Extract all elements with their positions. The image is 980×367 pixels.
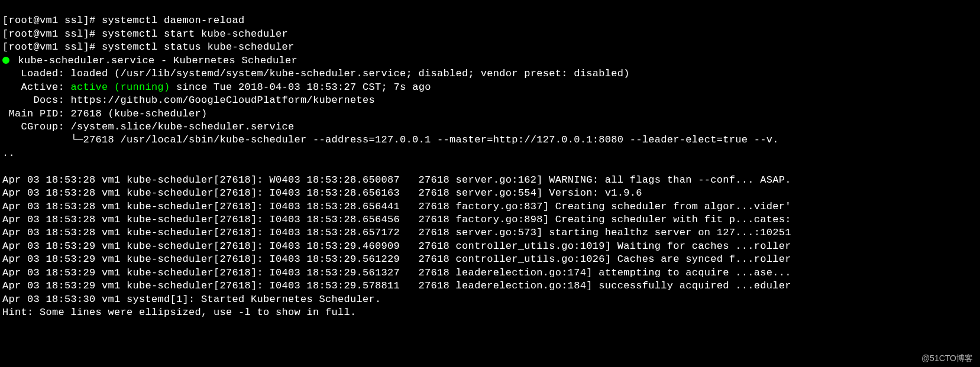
prompt-line-1: [root@vm1 ssl]# systemctl daemon-reload xyxy=(2,15,245,26)
prompt-line-3: [root@vm1 ssl]# systemctl status kube-sc… xyxy=(2,41,295,53)
active-state: active (running) xyxy=(71,82,170,93)
log-line-3: Apr 03 18:53:28 vm1 kube-scheduler[27618… xyxy=(2,201,791,212)
continuation-dots: .. xyxy=(2,148,15,159)
log-line-8: Apr 03 18:53:29 vm1 kube-scheduler[27618… xyxy=(2,267,791,278)
log-line-2: Apr 03 18:53:28 vm1 kube-scheduler[27618… xyxy=(2,187,642,199)
active-label: Active: xyxy=(2,82,71,93)
active-since: since Tue 2018-04-03 18:53:27 CST; 7s ag… xyxy=(170,82,431,93)
main-pid-line: Main PID: 27618 (kube-scheduler) xyxy=(2,108,208,119)
status-dot-icon xyxy=(2,57,9,64)
log-line-7: Apr 03 18:53:29 vm1 kube-scheduler[27618… xyxy=(2,254,791,265)
loaded-line: Loaded: loaded (/usr/lib/systemd/system/… xyxy=(2,68,630,79)
hint-line: Hint: Some lines were ellipsized, use -l… xyxy=(2,307,357,318)
log-line-9: Apr 03 18:53:29 vm1 kube-scheduler[27618… xyxy=(2,280,791,291)
service-name-line: kube-scheduler.service - Kubernetes Sche… xyxy=(18,55,298,66)
log-line-4: Apr 03 18:53:28 vm1 kube-scheduler[27618… xyxy=(2,214,791,225)
log-line-10: Apr 03 18:53:30 vm1 systemd[1]: Started … xyxy=(2,294,381,305)
cgroup-child-line: └─27618 /usr/local/sbin/kube-scheduler -… xyxy=(2,134,779,145)
terminal-output[interactable]: [root@vm1 ssl]# systemctl daemon-reload … xyxy=(2,14,978,319)
log-line-1: Apr 03 18:53:28 vm1 kube-scheduler[27618… xyxy=(2,174,791,186)
watermark: @51CTO博客 xyxy=(921,353,973,363)
docs-line: Docs: https://github.com/GoogleCloudPlat… xyxy=(2,95,375,106)
prompt-line-2: [root@vm1 ssl]# systemctl start kube-sch… xyxy=(2,28,288,40)
log-line-5: Apr 03 18:53:28 vm1 kube-scheduler[27618… xyxy=(2,227,791,238)
cgroup-line: CGroup: /system.slice/kube-scheduler.ser… xyxy=(2,121,295,132)
log-line-6: Apr 03 18:53:29 vm1 kube-scheduler[27618… xyxy=(2,241,791,252)
